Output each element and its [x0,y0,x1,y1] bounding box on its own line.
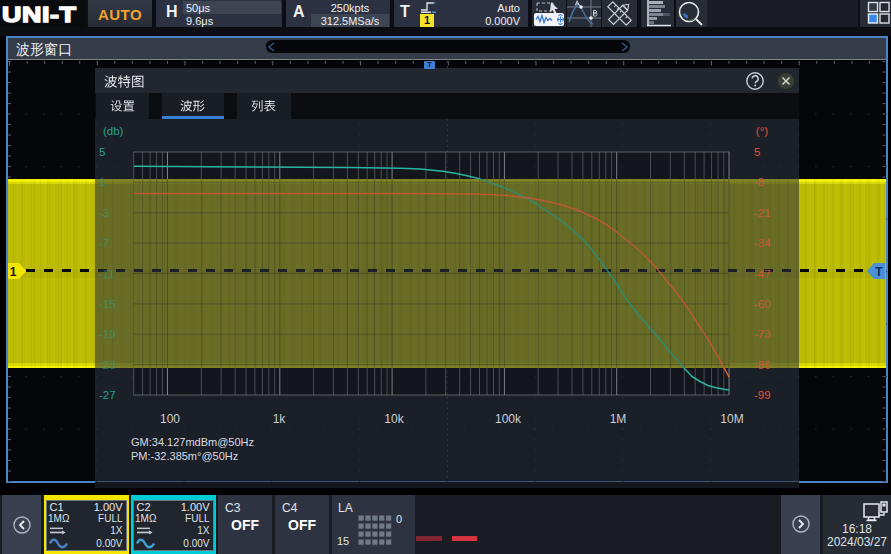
svg-text:5: 5 [754,146,760,158]
svg-text:-11: -11 [99,268,115,280]
svg-text:-3: -3 [99,207,109,219]
svg-text:-19: -19 [99,328,116,340]
svg-text:-47: -47 [754,268,771,280]
svg-text:-7: -7 [99,237,109,249]
svg-text:-15: -15 [99,298,116,310]
svg-text:(db): (db) [103,125,124,137]
svg-text:-99: -99 [754,389,771,401]
svg-text:5: 5 [99,146,105,158]
svg-text:-73: -73 [754,328,771,340]
svg-text:-86: -86 [754,359,771,371]
svg-text:1M: 1M [610,412,627,426]
svg-text:-27: -27 [99,389,116,401]
svg-text:10k: 10k [384,412,404,426]
svg-text:1k: 1k [273,412,287,426]
svg-text:1: 1 [99,176,105,188]
svg-text:-23: -23 [99,359,116,371]
svg-text:100: 100 [160,412,180,426]
svg-text:10M: 10M [720,412,743,426]
svg-text:-8: -8 [754,176,764,188]
svg-text:-21: -21 [754,207,771,219]
svg-text:GM:34.127mdBm@50Hz: GM:34.127mdBm@50Hz [131,436,254,448]
svg-text:-60: -60 [754,298,771,310]
svg-text:PM:-32.385m°@50Hz: PM:-32.385m°@50Hz [131,450,238,462]
svg-text:100k: 100k [495,412,522,426]
svg-text:-34: -34 [754,237,771,249]
svg-text:(°): (°) [756,125,768,137]
